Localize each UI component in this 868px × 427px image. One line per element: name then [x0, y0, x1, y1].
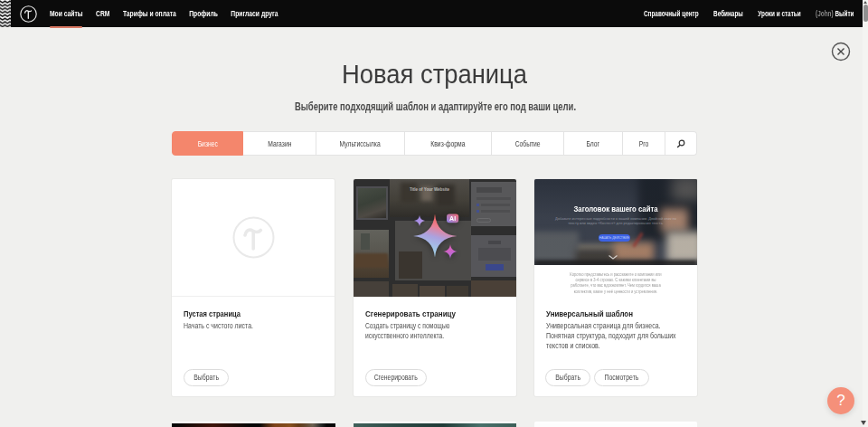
svg-text:AI: AI: [449, 215, 456, 222]
